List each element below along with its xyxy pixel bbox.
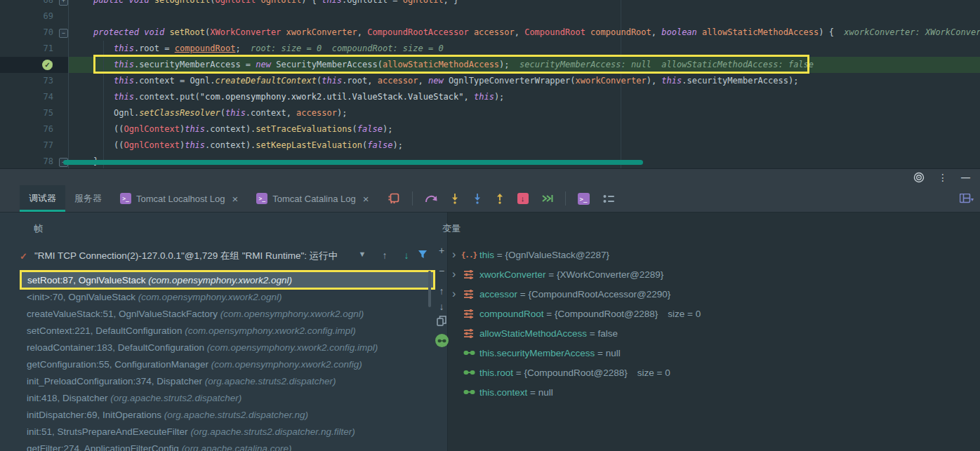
- tab-1[interactable]: 调试器: [20, 185, 65, 212]
- copy-stack-icon[interactable]: [437, 316, 446, 326]
- code-line-76: ((OgnlContext)this.context).setTraceEval…: [114, 121, 392, 137]
- code-editor[interactable]: 68+6970−7172✓737475767778− public void s…: [0, 0, 980, 168]
- debug-console-icon[interactable]: >_: [578, 193, 590, 205]
- variable-row[interactable]: this.securityMemberAccess = null: [452, 344, 621, 362]
- tool-window-settings-icon[interactable]: [913, 172, 925, 183]
- remove-icon[interactable]: −: [439, 264, 444, 277]
- filter-icon[interactable]: [418, 250, 428, 259]
- equals-sign: =: [513, 368, 524, 378]
- fold-marker-plus[interactable]: +: [59, 0, 68, 6]
- close-icon[interactable]: ×: [361, 194, 369, 204]
- parameter-icon-slot: [462, 309, 476, 318]
- tab-label: 调试器: [29, 192, 56, 205]
- stack-frame-row[interactable]: init_PreloadConfiguration:374, Dispatche…: [27, 373, 336, 390]
- toolbar-slot: [450, 185, 460, 212]
- thread-selector[interactable]: ✓ "RMI TCP Connection(2)-127.0.0.1"@1,72…: [20, 247, 338, 265]
- frame-method: init:418, Dispatcher: [27, 393, 110, 403]
- equals-sign: =: [494, 250, 505, 260]
- watch-glasses-icon: [463, 350, 475, 356]
- variable-row[interactable]: ›{..}this = {OgnlValueStack@2287}: [452, 245, 609, 264]
- object-braces-icon: {..}: [461, 250, 477, 260]
- toolbar-slot: [541, 185, 553, 212]
- hide-icon[interactable]: —: [961, 173, 970, 182]
- frame-up-icon[interactable]: ↑: [383, 250, 388, 261]
- variable-row[interactable]: ›xworkConverter = {XWorkConverter@2289}: [452, 265, 663, 283]
- copy-stack-icon-slot: [435, 316, 449, 326]
- line-number: 74: [18, 89, 53, 105]
- frame-package: (com.opensymphony.xwork2.ognl): [220, 309, 364, 319]
- equals-sign: =: [546, 269, 557, 280]
- stack-frame-row[interactable]: setContext:221, DefaultConfiguration (co…: [27, 323, 356, 339]
- stack-frame-row[interactable]: setRoot:87, OgnlValueStack (com.opensymp…: [20, 270, 435, 290]
- thread-label: "RMI TCP Connection(2)-127.0.0.1"@1,729 …: [34, 250, 338, 262]
- frames-vertical-scrollbar[interactable]: [428, 271, 431, 307]
- variable-row[interactable]: this.root = {CompoundRoot@2288}size = 0: [452, 363, 670, 382]
- force-step-into-icon[interactable]: [472, 193, 482, 204]
- close-icon[interactable]: ×: [230, 194, 238, 204]
- frame-package: (org.apache.struts2.dispatcher): [110, 393, 241, 403]
- toolbar-slot: [602, 185, 614, 212]
- drop-frame-icon[interactable]: ↓: [517, 193, 529, 204]
- up-icon[interactable]: ↑: [439, 285, 444, 297]
- variable-name: accessor: [479, 289, 517, 299]
- variable-row[interactable]: this.context = null: [452, 383, 553, 401]
- frame-package: (org.apache.struts2.dispatcher.ng): [164, 410, 308, 420]
- breakpoint-verified-icon[interactable]: ✓: [42, 60, 53, 70]
- terminal-icon: >_: [256, 193, 267, 204]
- thread-caret-icon[interactable]: ▼: [359, 250, 366, 258]
- frame-down-icon[interactable]: ↓: [404, 250, 409, 261]
- expand-chevron-icon[interactable]: ›: [452, 269, 462, 279]
- expand-chevron-icon[interactable]: ›: [452, 289, 462, 299]
- run-to-cursor-icon[interactable]: [541, 194, 553, 203]
- frame-up-icon-slot: ↑: [378, 250, 392, 261]
- frame-package: (org.apache.catalina.core): [182, 443, 292, 451]
- stack-frame-row[interactable]: init:418, Dispatcher (org.apache.struts2…: [27, 390, 241, 407]
- tab-label: Tomcat Localhost Log: [136, 194, 225, 204]
- tab-3[interactable]: >_Tomcat Localhost Log×: [111, 185, 247, 212]
- step-out-icon[interactable]: [495, 193, 505, 204]
- fold-marker-minus[interactable]: −: [59, 29, 68, 38]
- line-number: 68: [18, 0, 53, 8]
- variable-value: {CompoundRoot@2288}: [555, 309, 658, 319]
- gutter-separator: [68, 0, 69, 168]
- line-number: 71: [18, 41, 53, 57]
- code-line-75: Ognl.setClassResolver(this.context, acce…: [114, 105, 347, 121]
- stack-frame-row[interactable]: getConfiguration:55, ConfigurationManage…: [27, 356, 362, 373]
- editor-horizontal-scrollbar[interactable]: [63, 160, 643, 165]
- variable-row[interactable]: compoundRoot = {CompoundRoot@2288}size =…: [452, 304, 701, 323]
- frame-method: getConfiguration:55, ConfigurationManage…: [27, 359, 211, 370]
- down-icon[interactable]: ↓: [439, 300, 444, 313]
- parameter-icon: [464, 309, 475, 318]
- code-line-68: public void setOgnlUtil(OgnlUtil ognlUti…: [93, 0, 458, 8]
- watch-glasses-icon: [463, 370, 475, 375]
- frame-down-icon-slot: ↓: [399, 250, 413, 261]
- step-over-icon[interactable]: [425, 194, 437, 204]
- variable-row[interactable]: allowStaticMethodAccess = false: [452, 324, 618, 342]
- more-options-icon[interactable]: ⋮: [938, 173, 948, 182]
- stack-frame-row[interactable]: getFilter:274, ApplicationFilterConfig (…: [27, 440, 291, 451]
- variable-row[interactable]: ›accessor = {CompoundRootAccessor@2290}: [452, 285, 670, 303]
- tab-4[interactable]: >_Tomcat Catalina Log×: [247, 185, 378, 212]
- hide-library-frames-icon[interactable]: [435, 334, 449, 347]
- tab-2[interactable]: 服务器: [65, 185, 111, 212]
- step-into-icon[interactable]: [450, 193, 460, 204]
- code-line-77: ((OgnlContext)this.context).setKeepLastE…: [114, 137, 403, 154]
- view-options-icon[interactable]: [602, 194, 614, 203]
- frame-method: init:51, StrutsPrepareAndExecuteFilter: [27, 426, 190, 437]
- add-icon[interactable]: +: [439, 244, 444, 257]
- variable-value: {CompoundRootAccessor@2290}: [528, 289, 670, 299]
- toolbar-slot: [388, 185, 400, 212]
- layout-settings-icon[interactable]: ▾: [960, 194, 974, 203]
- frame-method: reloadContainer:183, DefaultConfiguratio…: [27, 342, 207, 353]
- stack-frame-row[interactable]: createValueStack:51, OgnlValueStackFacto…: [27, 306, 364, 323]
- add-icon-slot: +: [435, 244, 449, 257]
- stack-frame-row[interactable]: reloadContainer:183, DefaultConfiguratio…: [27, 339, 378, 356]
- object-braces-icon-slot: {..}: [462, 250, 476, 260]
- stack-frame-row[interactable]: init:51, StrutsPrepareAndExecuteFilter (…: [27, 424, 355, 440]
- stack-frame-row[interactable]: <init>:70, OgnlValueStack (com.opensymph…: [27, 289, 282, 306]
- ide-window: { "colors": { "accent_teal": "#16A58F", …: [0, 0, 980, 451]
- line-number: 70: [18, 25, 53, 41]
- stack-frame-row[interactable]: initDispatcher:69, InitOperations (org.a…: [27, 407, 308, 424]
- hot-swap-icon[interactable]: [388, 193, 400, 204]
- parameter-icon: [464, 290, 475, 299]
